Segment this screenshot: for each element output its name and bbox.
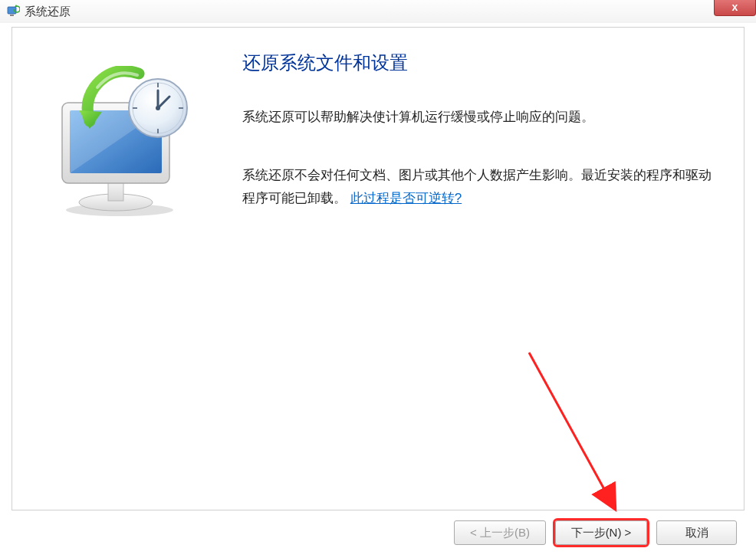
window-title: 系统还原 xyxy=(25,5,71,19)
restore-large-icon xyxy=(47,66,200,219)
close-button[interactable]: x xyxy=(714,0,756,16)
next-button[interactable]: 下一步(N) > xyxy=(555,520,647,545)
cancel-button[interactable]: 取消 xyxy=(656,520,737,545)
description-2-text: 系统还原不会对任何文档、图片或其他个人数据产生影响。最近安装的程序和驱动程序可能… xyxy=(242,168,712,206)
button-bar: < 上一步(B) 下一步(N) > 取消 xyxy=(12,517,744,549)
svg-rect-1 xyxy=(10,15,14,16)
back-button: < 上一步(B) xyxy=(454,520,546,545)
system-restore-window: 系统还原 x xyxy=(0,0,756,558)
system-restore-icon xyxy=(6,5,20,18)
description-1: 系统还原可以帮助解决使计算机运行缓慢或停止响应的问题。 xyxy=(242,106,713,130)
icon-panel xyxy=(12,28,235,510)
titlebar: 系统还原 x xyxy=(0,0,756,23)
svg-rect-0 xyxy=(8,7,16,14)
text-panel: 还原系统文件和设置 系统还原可以帮助解决使计算机运行缓慢或停止响应的问题。 系统… xyxy=(235,28,744,510)
svg-point-15 xyxy=(156,106,160,110)
close-icon: x xyxy=(732,1,738,13)
page-heading: 还原系统文件和设置 xyxy=(242,51,713,75)
description-2: 系统还原不会对任何文档、图片或其他个人数据产生影响。最近安装的程序和驱动程序可能… xyxy=(242,164,713,211)
content-frame: 还原系统文件和设置 系统还原可以帮助解决使计算机运行缓慢或停止响应的问题。 系统… xyxy=(12,27,744,510)
reversible-link[interactable]: 此过程是否可逆转? xyxy=(350,191,462,205)
